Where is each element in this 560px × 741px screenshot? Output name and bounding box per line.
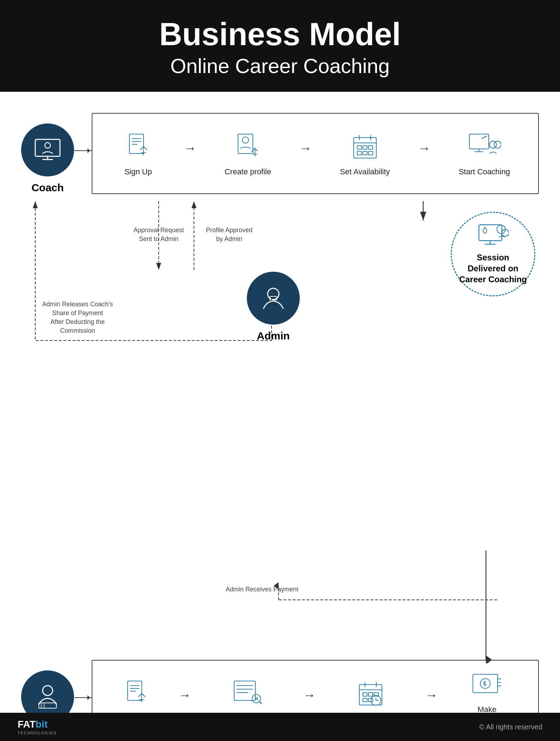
arrow1: →: [184, 141, 196, 156]
footer-copyright: © All rights reserved: [479, 723, 542, 731]
svg-rect-68: [369, 698, 373, 702]
coach-coaching-label: Start Coaching: [459, 167, 510, 176]
coach-step-signup: Sign Up: [121, 131, 156, 176]
signup-icon: [121, 131, 156, 162]
coach-flow-steps: Sign Up → Creat: [92, 114, 538, 193]
admin-avatar: [247, 272, 300, 325]
svg-rect-16: [369, 146, 373, 149]
svg-rect-67: [363, 698, 367, 702]
coach-flow-box: Sign Up → Creat: [92, 113, 539, 194]
client-to-box-arrow: [74, 697, 92, 698]
svg-rect-18: [363, 151, 367, 155]
svg-rect-17: [357, 151, 361, 155]
profile-icon: [230, 131, 266, 162]
svg-point-44: [43, 686, 53, 695]
client-arrow3: →: [425, 688, 438, 703]
svg-point-33: [483, 228, 487, 233]
main-content: Coach: [0, 92, 560, 702]
logo-fat: FAT: [18, 719, 36, 730]
admin-releases-label: Admin Releases Coach's Share of PaymentA…: [39, 300, 116, 336]
svg-rect-19: [369, 151, 373, 155]
svg-rect-64: [363, 693, 367, 696]
coach-step-coaching: Start Coaching: [459, 131, 510, 176]
coach-profile-label: Create profile: [225, 167, 271, 176]
main-title: Business Model: [0, 18, 560, 51]
logo-tech: TECHNOLOGIES: [18, 731, 57, 735]
coach-avatar: [21, 124, 74, 176]
svg-rect-15: [363, 146, 367, 149]
svg-rect-48: [128, 681, 142, 700]
footer-logo: FATbit TECHNOLOGIES: [18, 719, 57, 735]
svg-text:$: $: [483, 681, 486, 687]
svg-line-23: [482, 136, 487, 139]
approval-request-label: Approval RequestSent to Admin: [130, 226, 187, 243]
subtitle: Online Career Coaching: [0, 54, 560, 78]
svg-rect-4: [129, 134, 144, 153]
session-circle: Session Delivered on Career Coaching: [451, 212, 535, 296]
coach-to-box-arrow: [74, 150, 92, 151]
client-arrow1: →: [178, 688, 191, 703]
availability-icon: [347, 131, 383, 162]
arrow2: →: [299, 141, 312, 156]
svg-rect-14: [357, 146, 361, 149]
coach-label: Coach: [28, 182, 67, 194]
search-coach-icon: [230, 677, 265, 709]
session-to-payment-arrow: [433, 550, 539, 663]
check-avail-icon: [353, 677, 388, 709]
svg-rect-65: [369, 693, 373, 696]
client-arrow2: →: [303, 688, 316, 703]
middle-section: Approval RequestSent to Admin Profile Ap…: [21, 201, 539, 385]
client-signup-icon: [119, 677, 154, 709]
svg-point-9: [242, 137, 249, 143]
admin-label: Admin: [245, 330, 302, 342]
coach-step-profile: Create profile: [225, 131, 271, 176]
session-label: Session Delivered on Career Coaching: [452, 252, 534, 285]
payment-icon: $: [469, 668, 505, 700]
svg-point-3: [45, 143, 50, 148]
coach-step-availability: Set Availability: [340, 131, 390, 176]
arrow3: →: [418, 141, 431, 156]
header-section: Business Model Online Career Coaching: [0, 0, 560, 92]
coach-availability-label: Set Availability: [340, 167, 390, 176]
profile-approved-label: Profile Approvedby Admin: [201, 226, 257, 243]
logo-bit: bit: [36, 719, 48, 730]
coaching-icon: [467, 131, 502, 162]
coach-signup-label: Sign Up: [124, 167, 152, 176]
logo-text: FATbit: [18, 719, 48, 730]
svg-point-25: [494, 141, 501, 148]
svg-line-59: [259, 701, 262, 704]
footer: FATbit TECHNOLOGIES © All rights reserve…: [0, 713, 560, 741]
svg-point-26: [268, 288, 279, 300]
